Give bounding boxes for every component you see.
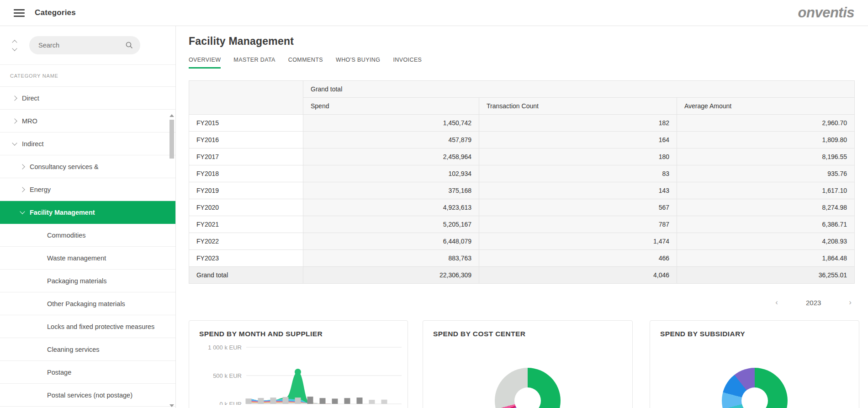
month-bar: [357, 397, 363, 404]
month-bar: [258, 398, 264, 404]
sidebar-item-consultancy-services[interactable]: Consultancy services &: [0, 155, 175, 178]
hamburger-menu-icon[interactable]: [14, 9, 25, 17]
month-bar: [332, 398, 338, 404]
row-label: FY2017: [189, 148, 303, 165]
spend-by-subsidiary-title: SPEND BY SUBSIDIARY: [650, 321, 859, 338]
sidebar-item-label: Direct: [22, 95, 39, 102]
main-content: Facility Management OVERVIEWMASTER DATAC…: [176, 26, 868, 408]
month-bar: [381, 400, 387, 404]
chevron-down-icon[interactable]: [12, 140, 17, 145]
sidebar-item-packaging-materials[interactable]: Packaging materials: [0, 270, 175, 292]
month-bar: [283, 397, 289, 404]
sidebar-item-label: Energy: [30, 186, 51, 193]
cell-value: 2,960.70: [677, 115, 855, 132]
year-pager: ‹ 2023 ›: [189, 294, 854, 311]
sidebar-item-waste-management[interactable]: Waste management: [0, 247, 175, 270]
peak-marker-dot: [295, 369, 301, 375]
cell-value: 1,474: [479, 233, 677, 250]
spend-by-cost-center-title: SPEND BY COST CENTER: [423, 321, 632, 338]
search-box[interactable]: [29, 36, 140, 54]
cell-value: 164: [479, 132, 677, 148]
month-bar: [246, 398, 252, 404]
chart-cards-row: SPEND BY MONTH AND SUPPLIER 0 k EUR500 k…: [189, 320, 859, 408]
month-bar: [369, 400, 375, 404]
sidebar-scrollbar[interactable]: [169, 87, 174, 408]
spend-by-month-chart: 0 k EUR500 k EUR1 000 k EUR: [189, 343, 408, 405]
cell-value: 83: [479, 165, 677, 182]
sidebar-item-indirect[interactable]: Indirect: [0, 132, 175, 155]
chevron-right-icon[interactable]: [20, 187, 25, 192]
scrollbar-thumb[interactable]: [169, 120, 174, 159]
sidebar-item-other-packaging-materials[interactable]: Other Packaging materials: [0, 292, 175, 315]
month-bar: [344, 398, 350, 404]
cell-value: 6,386.71: [677, 216, 855, 233]
next-year-button[interactable]: ›: [846, 298, 854, 307]
cell-value: 567: [479, 199, 677, 216]
column-header-spend: Spend: [303, 98, 479, 115]
chevron-right-icon[interactable]: [20, 164, 25, 169]
sidebar-item-label: Facility Management: [30, 209, 95, 216]
tab-overview[interactable]: OVERVIEW: [189, 57, 221, 69]
cell-value: 1,450,742: [303, 115, 479, 132]
y-axis-tick-label: 1 000 k EUR: [208, 344, 242, 351]
tab-comments[interactable]: COMMENTS: [288, 57, 323, 69]
previous-year-button[interactable]: ‹: [773, 298, 781, 307]
table-row-fy2019: FY2019375,1681431,617.10: [189, 182, 855, 199]
table-row-fy2016: FY2016457,8791641,809.80: [189, 132, 855, 148]
chevron-right-icon[interactable]: [12, 95, 17, 101]
cell-value: 5,205,167: [303, 216, 479, 233]
cell-value: 8,196.55: [677, 148, 855, 165]
row-label: FY2016: [189, 132, 303, 148]
sidebar-item-facility-management[interactable]: Facility Management: [0, 201, 175, 224]
row-label: FY2022: [189, 233, 303, 250]
category-name-column-header: CATEGORY NAME: [0, 65, 175, 87]
page-title-categories: Categories: [35, 8, 76, 17]
cell-value: 4,046: [479, 267, 677, 284]
scroll-up-arrow-icon[interactable]: [169, 114, 174, 117]
cell-value: 466: [479, 250, 677, 267]
spend-by-month-title: SPEND BY MONTH AND SUPPLIER: [189, 321, 408, 338]
sidebar-item-label: Commodities: [47, 232, 86, 239]
cell-value: 102,934: [303, 165, 479, 182]
table-row-fy2018: FY2018102,93483935.76: [189, 165, 855, 182]
chevron-right-icon[interactable]: [12, 118, 17, 123]
area-series-supplier-green: [249, 372, 384, 404]
sidebar-item-direct[interactable]: Direct: [0, 87, 175, 110]
sidebar-search-row: [0, 26, 175, 65]
sidebar-item-label: Postage: [47, 369, 71, 376]
sidebar-item-energy[interactable]: Energy: [0, 178, 175, 201]
sidebar-item-cleaning-services[interactable]: Cleaning services: [0, 338, 175, 361]
tab-invoices[interactable]: INVOICES: [393, 57, 422, 69]
sidebar-item-locks-and-fixed-protective-measures[interactable]: Locks and fixed protective measures: [0, 315, 175, 338]
cell-value: 883,763: [303, 250, 479, 267]
row-label: FY2020: [189, 199, 303, 216]
sidebar-item-label: Waste management: [47, 254, 106, 262]
y-axis-tick-label: 500 k EUR: [213, 372, 242, 379]
sidebar-item-commodities[interactable]: Commodities: [0, 224, 175, 247]
cell-value: 1,809.80: [677, 132, 855, 148]
spend-summary-table: Grand total Spend Transaction Count Aver…: [189, 80, 855, 284]
tab-master-data[interactable]: MASTER DATA: [233, 57, 275, 69]
sidebar-item-postage[interactable]: Postage: [0, 361, 175, 384]
sidebar-item-label: Cleaning services: [47, 346, 99, 353]
scroll-down-arrow-icon[interactable]: [169, 404, 174, 407]
expand-collapse-icon[interactable]: [10, 39, 19, 52]
cell-value: 8,274.98: [677, 199, 855, 216]
sidebar-item-label: MRO: [22, 117, 37, 125]
table-row-fy2021: FY20215,205,1677876,386.71: [189, 216, 855, 233]
chevron-down-icon[interactable]: [20, 209, 25, 214]
cell-value: 1,864.48: [677, 250, 855, 267]
cell-value: 4,923,613: [303, 199, 479, 216]
table-row-fy2022: FY20226,448,0791,4744,208.93: [189, 233, 855, 250]
sidebar-item-postal-services-not-postage[interactable]: Postal services (not postage): [0, 384, 175, 407]
onventis-logo: onventis: [798, 5, 859, 21]
search-input[interactable]: [38, 42, 126, 49]
spend-by-cost-center-card: SPEND BY COST CENTER: [423, 320, 633, 408]
sidebar-item-label: Indirect: [22, 140, 44, 148]
cell-value: 6,448,079: [303, 233, 479, 250]
column-header-average-amount: Average Amount: [677, 98, 855, 115]
top-bar: Categories onventis: [0, 0, 868, 26]
tab-who-s-buying[interactable]: WHO'S BUYING: [336, 57, 380, 69]
cell-value: 787: [479, 216, 677, 233]
sidebar-item-mro[interactable]: MRO: [0, 110, 175, 132]
